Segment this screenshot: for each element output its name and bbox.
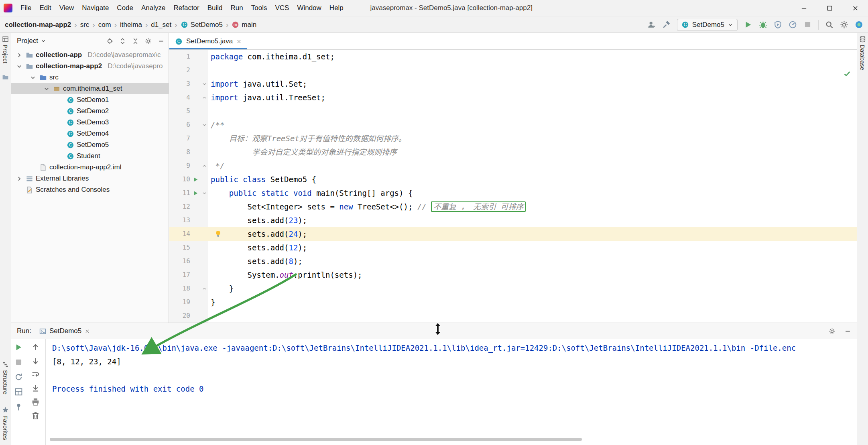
stop-button[interactable] <box>14 358 23 366</box>
print-button[interactable] <box>31 398 40 406</box>
maximize-button[interactable] <box>817 0 842 16</box>
run-tab-setdemo5[interactable]: SetDemo5 <box>36 323 93 339</box>
tree-item-setdemo5[interactable]: CSetDemo5 <box>11 139 169 150</box>
menu-vcs[interactable]: VCS <box>271 0 293 16</box>
select-opened-file-icon[interactable] <box>106 38 113 45</box>
tree-item-collection-map-app2[interactable]: collection-map-app2D:\code\javasepro <box>11 61 169 72</box>
tree-item-setdemo4[interactable]: CSetDemo4 <box>11 128 169 139</box>
tree-item-setdemo2[interactable]: CSetDemo2 <box>11 106 169 117</box>
console-settings-icon[interactable] <box>829 328 835 335</box>
editor-area[interactable]: C SetDemo5.java 1package com.itheima.d1_… <box>169 33 857 323</box>
tree-item-setdemo3[interactable]: CSetDemo3 <box>11 117 169 128</box>
menu-analyze[interactable]: Analyze <box>137 0 169 16</box>
menu-build[interactable]: Build <box>203 0 227 16</box>
menu-navigate[interactable]: Navigate <box>78 0 113 16</box>
code-line-2: 2 <box>169 63 857 77</box>
svg-text:C: C <box>177 39 181 44</box>
class-icon: C <box>681 21 689 28</box>
menu-file[interactable]: File <box>16 0 35 16</box>
tree-item-collection-map-app2.iml[interactable]: collection-map-app2.iml <box>11 162 169 173</box>
fold-up-icon[interactable] <box>202 95 207 100</box>
menu-tools[interactable]: Tools <box>247 0 271 16</box>
breadcrumb-d1_set[interactable]: d1_set <box>151 21 171 29</box>
tree-item-student[interactable]: CStudent <box>11 150 169 162</box>
menu-window[interactable]: Window <box>293 0 325 16</box>
hide-panel-icon[interactable] <box>158 38 165 45</box>
project-panel-title[interactable]: Project <box>17 37 38 45</box>
tool-stripe-structure[interactable]: Structure <box>2 361 9 394</box>
breadcrumb-collection-map-app2[interactable]: collection-map-app2 <box>5 21 71 29</box>
close-button[interactable] <box>842 0 868 16</box>
fold-down-icon[interactable] <box>202 81 207 87</box>
tree-item-collection-app[interactable]: collection-appD:\code\javasepromax\c <box>11 49 169 61</box>
horizontal-scrollbar[interactable] <box>50 438 582 441</box>
chevron-down-icon[interactable] <box>43 85 51 92</box>
collapse-all-icon[interactable] <box>132 38 139 45</box>
tab-close-icon[interactable] <box>236 39 242 44</box>
breadcrumb-main[interactable]: mmain <box>232 21 256 29</box>
intention-bulb-icon[interactable] <box>214 230 222 238</box>
tab-close-icon[interactable] <box>85 329 90 334</box>
next-occurrence-button[interactable] <box>31 357 40 365</box>
user-icon[interactable] <box>647 20 656 29</box>
restore-layout-button[interactable] <box>14 373 23 381</box>
run-line-icon[interactable] <box>193 190 199 196</box>
tree-item-external libraries[interactable]: External Libraries <box>11 173 169 184</box>
prev-occurrence-button[interactable] <box>31 343 40 352</box>
menu-edit[interactable]: Edit <box>35 0 55 16</box>
editor-tab-setdemo5[interactable]: C SetDemo5.java <box>169 33 247 49</box>
run-line-icon[interactable] <box>193 177 199 183</box>
settings-gear-icon[interactable] <box>840 20 848 29</box>
run-configuration-select[interactable]: C SetDemo5 <box>677 19 738 31</box>
stop-button[interactable] <box>803 20 812 29</box>
tree-item-com.itheima.d1_set[interactable]: com.itheima.d1_set <box>11 83 169 94</box>
layout-button[interactable] <box>14 388 23 396</box>
chevron-down-icon[interactable] <box>15 63 23 70</box>
tool-stripe-folder[interactable] <box>2 74 9 81</box>
minimize-panel-icon[interactable] <box>844 328 851 335</box>
run-with-coverage-button[interactable] <box>774 20 782 29</box>
expand-all-icon[interactable] <box>119 38 126 45</box>
debug-button[interactable] <box>759 20 767 29</box>
inspections-ok-icon[interactable] <box>843 70 851 78</box>
menu-code[interactable]: Code <box>113 0 137 16</box>
fold-down-icon[interactable] <box>202 122 207 128</box>
svg-text:C: C <box>69 131 72 136</box>
clear-all-button[interactable] <box>31 411 40 420</box>
soft-wrap-button[interactable] <box>31 370 40 379</box>
profiler-button[interactable] <box>789 20 797 29</box>
pin-tab-button[interactable] <box>14 402 23 411</box>
chevron-down-icon[interactable] <box>29 74 37 81</box>
breadcrumb-src[interactable]: src <box>80 21 89 29</box>
tool-stripe-project[interactable]: Project <box>2 36 9 63</box>
fold-down-icon[interactable] <box>202 191 207 196</box>
breadcrumb-com[interactable]: com <box>98 21 111 29</box>
fold-up-icon[interactable] <box>202 163 207 169</box>
code-area[interactable]: 1package com.itheima.d1_set;23import jav… <box>169 50 857 323</box>
menu-help[interactable]: Help <box>325 0 348 16</box>
scroll-to-end-button[interactable] <box>31 384 40 392</box>
code-with-me-icon[interactable] <box>855 20 863 29</box>
search-everywhere-icon[interactable] <box>825 20 833 29</box>
code-line-1: 1package com.itheima.d1_set; <box>169 50 857 63</box>
menu-view[interactable]: View <box>55 0 78 16</box>
tool-stripe-favorites[interactable]: Favorites <box>2 406 9 440</box>
tree-item-src[interactable]: src <box>11 72 169 83</box>
tree-item-scratches and consoles[interactable]: Scratches and Consoles <box>11 184 169 195</box>
breadcrumb-SetDemo5[interactable]: CSetDemo5 <box>181 21 223 29</box>
tree-item-setdemo1[interactable]: CSetDemo1 <box>11 94 169 106</box>
run-button[interactable] <box>744 20 752 29</box>
chevron-right-icon[interactable] <box>15 52 23 59</box>
chevron-right-icon[interactable] <box>15 175 23 182</box>
menu-refactor[interactable]: Refactor <box>169 0 203 16</box>
build-hammer-icon[interactable] <box>662 20 671 29</box>
panel-settings-icon[interactable] <box>145 38 152 45</box>
menu-run[interactable]: Run <box>227 0 247 16</box>
scratches-icon <box>26 186 33 194</box>
breadcrumb-itheima[interactable]: itheima <box>120 21 142 29</box>
chevron-down-icon[interactable] <box>41 38 46 44</box>
minimize-button[interactable] <box>791 0 817 16</box>
rerun-button[interactable] <box>14 343 23 352</box>
fold-up-icon[interactable] <box>202 286 207 291</box>
tool-stripe-database[interactable]: Database <box>859 36 866 70</box>
